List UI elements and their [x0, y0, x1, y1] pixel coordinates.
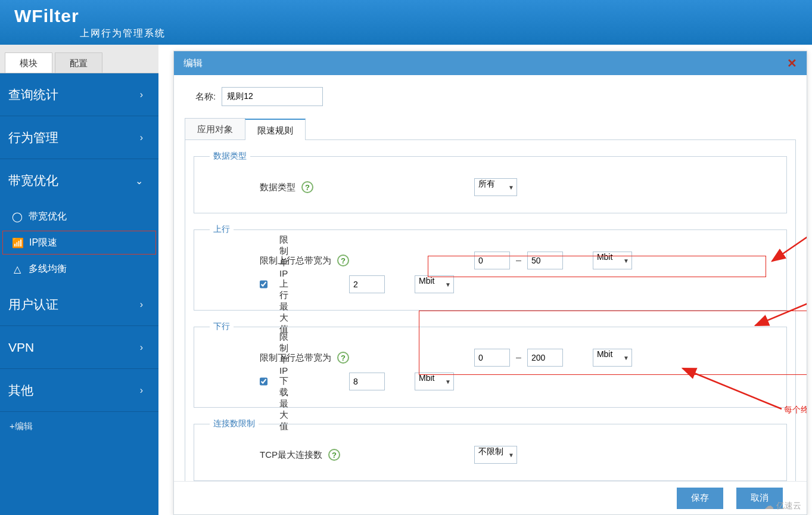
range-dash: – [516, 352, 521, 363]
range-dash: – [516, 255, 521, 266]
sidebar-item-label: 其他 [8, 382, 33, 399]
down-total-max-input[interactable] [527, 349, 563, 367]
up-perip-checkbox[interactable] [260, 280, 267, 288]
chevron-down-icon: ⌄ [135, 175, 143, 187]
cloud-icon: ☁ [764, 500, 774, 511]
datatype-label: 数据类型 [260, 182, 295, 193]
sidebar: 模块 配置 查询统计 › 行为管理 › 带宽优化 ⌄ ◯ 带宽优化 📶 IP限速… [0, 45, 158, 515]
up-total-min-input[interactable] [474, 252, 510, 269]
down-total-unit-select[interactable]: Mbit [593, 349, 632, 367]
legend-connlimit: 连接数限制 [210, 418, 259, 429]
dashboard-icon: 📶 [11, 237, 24, 249]
down-total-label: 限制下行总带宽为 [260, 352, 331, 364]
circle-icon: ◯ [11, 211, 24, 222]
edit-dialog: 编辑 ✕ 名称: 应用对象 限速规则 数据类型 数据类型 ? [173, 51, 807, 515]
sidebar-item-behavior-mgmt[interactable]: 行为管理 › [0, 116, 158, 159]
help-icon[interactable]: ? [328, 449, 340, 461]
sidebar-subitem-bandwidth-opt[interactable]: ◯ 带宽优化 [0, 202, 158, 231]
sidebar-submenu-bandwidth: ◯ 带宽优化 📶 IP限速 △ 多线均衡 [0, 202, 158, 283]
datatype-select[interactable]: 所有 [474, 178, 517, 196]
brand-title: WFilter [14, 6, 79, 26]
down-perip-input[interactable] [349, 373, 385, 390]
tcp-max-select[interactable]: 不限制 [474, 446, 517, 464]
sidebar-subitem-label: IP限速 [29, 237, 57, 249]
up-total-label: 限制上行总带宽为 [260, 255, 331, 266]
fieldset-downstream: 下行 限制下行总带宽为 ? – Mbit [194, 321, 787, 408]
tab-modules[interactable]: 模块 [5, 52, 52, 73]
close-icon[interactable]: ✕ [787, 56, 797, 70]
watermark-text: 亿速云 [776, 501, 801, 511]
help-icon[interactable]: ? [337, 255, 349, 266]
save-button[interactable]: 保存 [677, 488, 723, 509]
chevron-right-icon: › [140, 89, 143, 100]
dialog-body: 名称: 应用对象 限速规则 数据类型 数据类型 ? 所有 [174, 75, 807, 481]
sidebar-item-label: 查询统计 [8, 86, 58, 103]
tcp-label: TCP最大连接数 [260, 449, 322, 461]
tab-target[interactable]: 应用对象 [185, 118, 245, 139]
sidebar-item-label: 带宽优化 [8, 172, 58, 189]
dialog-footer: 保存 取消 [174, 481, 807, 514]
name-row: 名称: [195, 87, 796, 106]
tab-config[interactable]: 配置 [55, 52, 102, 73]
down-total-min-input[interactable] [474, 349, 510, 367]
main-area: ⌂ 编辑 ✕ 名称: 应用对象 限速规则 数据类型 数据类型 [158, 45, 812, 515]
chevron-right-icon: › [140, 299, 143, 310]
inner-tabs: 应用对象 限速规则 [185, 118, 796, 139]
app-header: WFilter 上网行为管理系统 [0, 0, 812, 45]
down-perip-checkbox[interactable] [260, 377, 267, 386]
name-label: 名称: [195, 91, 216, 103]
sidebar-item-other[interactable]: 其他 › [0, 369, 158, 412]
sidebar-item-vpn[interactable]: VPN › [0, 326, 158, 369]
chevron-right-icon: › [140, 132, 143, 143]
sidebar-item-label: 用户认证 [8, 296, 58, 313]
dialog-header: 编辑 ✕ [174, 51, 807, 75]
sidebar-item-label: VPN [8, 340, 34, 355]
tab-speed-rule[interactable]: 限速规则 [245, 119, 306, 140]
down-perip-unit-select[interactable]: Mbit [415, 373, 454, 390]
help-icon[interactable]: ? [337, 352, 349, 364]
sidebar-subitem-label: 多线均衡 [29, 263, 67, 275]
legend-upstream: 上行 [210, 224, 234, 235]
rule-panel: 数据类型 数据类型 ? 所有 上行 [185, 139, 796, 481]
sidebar-item-label: 行为管理 [8, 129, 58, 146]
balance-icon: △ [11, 263, 24, 275]
legend-datatype: 数据类型 [210, 151, 250, 162]
up-total-unit-select[interactable]: Mbit [593, 252, 632, 269]
sidebar-subitem-ip-limit[interactable]: 📶 IP限速 [2, 231, 156, 255]
up-perip-label: 限制单IP上行最大值 [279, 234, 288, 335]
sidebar-subitem-multiline[interactable]: △ 多线均衡 [0, 255, 158, 283]
sidebar-item-query-stats[interactable]: 查询统计 › [0, 73, 158, 116]
chevron-right-icon: › [140, 385, 143, 396]
up-perip-input[interactable] [349, 275, 385, 293]
sidebar-edit-link[interactable]: +编辑 [0, 412, 158, 440]
fieldset-upstream: 上行 限制上行总带宽为 ? – Mbit [194, 224, 787, 311]
up-total-max-input[interactable] [527, 252, 563, 269]
down-perip-label: 限制单IP下载最大值 [279, 331, 288, 432]
dialog-title: 编辑 [183, 57, 203, 70]
fieldset-datatype: 数据类型 数据类型 ? 所有 [194, 151, 787, 213]
sidebar-tabbar: 模块 配置 [0, 45, 158, 73]
rule-name-input[interactable] [222, 87, 323, 106]
up-perip-unit-select[interactable]: Mbit [415, 275, 454, 293]
sidebar-item-auth[interactable]: 用户认证 › [0, 283, 158, 326]
fieldset-connlimit: 连接数限制 TCP最大连接数 ? 不限制 [194, 418, 787, 481]
watermark: ☁ 亿速云 [764, 500, 801, 511]
sidebar-item-bandwidth[interactable]: 带宽优化 ⌄ [0, 159, 158, 202]
legend-downstream: 下行 [210, 321, 234, 332]
brand-subtitle: 上网行为管理系统 [80, 27, 166, 40]
sidebar-subitem-label: 带宽优化 [29, 210, 67, 223]
help-icon[interactable]: ? [301, 181, 313, 193]
chevron-right-icon: › [140, 342, 143, 353]
